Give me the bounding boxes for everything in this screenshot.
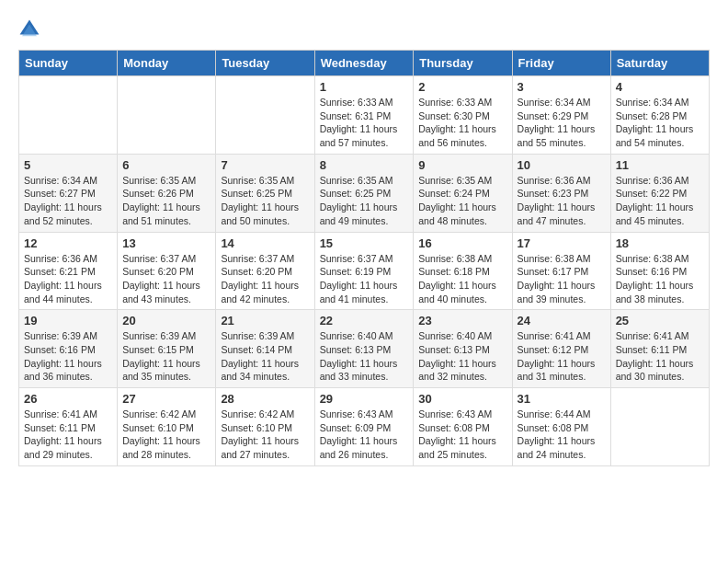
- week-row-3: 12Sunrise: 6:36 AMSunset: 6:21 PMDayligh…: [19, 232, 710, 310]
- weekday-header-row: SundayMondayTuesdayWednesdayThursdayFrid…: [19, 51, 710, 76]
- calendar-cell: 11Sunrise: 6:36 AMSunset: 6:22 PMDayligh…: [610, 154, 709, 232]
- calendar-cell: 2Sunrise: 6:33 AMSunset: 6:30 PMDaylight…: [414, 76, 512, 155]
- day-info: Sunrise: 6:37 AMSunset: 6:19 PMDaylight:…: [320, 252, 409, 306]
- calendar-cell: 13Sunrise: 6:37 AMSunset: 6:20 PMDayligh…: [118, 232, 216, 310]
- day-info: Sunrise: 6:42 AMSunset: 6:10 PMDaylight:…: [221, 408, 309, 462]
- calendar-cell: 20Sunrise: 6:39 AMSunset: 6:15 PMDayligh…: [118, 310, 216, 388]
- day-number: 27: [122, 392, 210, 406]
- logo-icon: [18, 18, 40, 40]
- day-number: 28: [221, 392, 309, 406]
- day-number: 1: [320, 80, 409, 94]
- page-header: [18, 18, 710, 40]
- day-info: Sunrise: 6:43 AMSunset: 6:09 PMDaylight:…: [320, 408, 409, 462]
- day-info: Sunrise: 6:38 AMSunset: 6:17 PMDaylight:…: [518, 252, 606, 306]
- day-info: Sunrise: 6:40 AMSunset: 6:13 PMDaylight:…: [320, 329, 409, 384]
- weekday-header-friday: Friday: [512, 51, 610, 76]
- day-info: Sunrise: 6:38 AMSunset: 6:18 PMDaylight:…: [418, 252, 506, 306]
- day-number: 4: [616, 80, 704, 94]
- day-number: 13: [122, 236, 210, 250]
- day-info: Sunrise: 6:35 AMSunset: 6:26 PMDaylight:…: [122, 174, 210, 228]
- day-number: 11: [616, 158, 704, 172]
- day-info: Sunrise: 6:41 AMSunset: 6:12 PMDaylight:…: [518, 329, 606, 384]
- calendar-cell: [216, 76, 314, 155]
- calendar-cell: 28Sunrise: 6:42 AMSunset: 6:10 PMDayligh…: [216, 388, 314, 466]
- week-row-5: 26Sunrise: 6:41 AMSunset: 6:11 PMDayligh…: [19, 388, 710, 466]
- calendar-cell: [19, 76, 118, 155]
- calendar-cell: 5Sunrise: 6:34 AMSunset: 6:27 PMDaylight…: [19, 154, 118, 232]
- day-number: 31: [518, 392, 606, 406]
- calendar-cell: 22Sunrise: 6:40 AMSunset: 6:13 PMDayligh…: [314, 310, 414, 388]
- calendar-cell: 25Sunrise: 6:41 AMSunset: 6:11 PMDayligh…: [610, 310, 709, 388]
- logo: [18, 18, 44, 40]
- weekday-header-tuesday: Tuesday: [216, 51, 314, 76]
- calendar-cell: 16Sunrise: 6:38 AMSunset: 6:18 PMDayligh…: [414, 232, 512, 310]
- calendar-cell: 15Sunrise: 6:37 AMSunset: 6:19 PMDayligh…: [314, 232, 414, 310]
- calendar-cell: 10Sunrise: 6:36 AMSunset: 6:23 PMDayligh…: [512, 154, 610, 232]
- calendar-cell: 12Sunrise: 6:36 AMSunset: 6:21 PMDayligh…: [19, 232, 118, 310]
- calendar-cell: 7Sunrise: 6:35 AMSunset: 6:25 PMDaylight…: [216, 154, 314, 232]
- day-number: 14: [221, 236, 309, 250]
- week-row-1: 1Sunrise: 6:33 AMSunset: 6:31 PMDaylight…: [19, 76, 710, 155]
- day-info: Sunrise: 6:36 AMSunset: 6:23 PMDaylight:…: [518, 174, 606, 228]
- calendar-cell: 21Sunrise: 6:39 AMSunset: 6:14 PMDayligh…: [216, 310, 314, 388]
- calendar-cell: 3Sunrise: 6:34 AMSunset: 6:29 PMDaylight…: [512, 76, 610, 155]
- day-info: Sunrise: 6:41 AMSunset: 6:11 PMDaylight:…: [616, 329, 704, 384]
- day-info: Sunrise: 6:34 AMSunset: 6:27 PMDaylight:…: [24, 174, 112, 228]
- day-info: Sunrise: 6:43 AMSunset: 6:08 PMDaylight:…: [418, 408, 506, 462]
- calendar-cell: 18Sunrise: 6:38 AMSunset: 6:16 PMDayligh…: [610, 232, 709, 310]
- weekday-header-wednesday: Wednesday: [314, 51, 414, 76]
- calendar-cell: [610, 388, 709, 466]
- day-number: 2: [418, 80, 506, 94]
- calendar-cell: 19Sunrise: 6:39 AMSunset: 6:16 PMDayligh…: [19, 310, 118, 388]
- day-number: 10: [518, 158, 606, 172]
- day-info: Sunrise: 6:38 AMSunset: 6:16 PMDaylight:…: [616, 252, 704, 306]
- day-info: Sunrise: 6:35 AMSunset: 6:24 PMDaylight:…: [418, 174, 506, 228]
- day-info: Sunrise: 6:34 AMSunset: 6:28 PMDaylight:…: [616, 96, 704, 150]
- week-row-4: 19Sunrise: 6:39 AMSunset: 6:16 PMDayligh…: [19, 310, 710, 388]
- weekday-header-saturday: Saturday: [610, 51, 709, 76]
- day-number: 9: [418, 158, 506, 172]
- day-number: 22: [320, 314, 409, 327]
- day-number: 12: [24, 236, 112, 250]
- calendar-cell: 9Sunrise: 6:35 AMSunset: 6:24 PMDaylight…: [414, 154, 512, 232]
- day-info: Sunrise: 6:42 AMSunset: 6:10 PMDaylight:…: [122, 408, 210, 462]
- week-row-2: 5Sunrise: 6:34 AMSunset: 6:27 PMDaylight…: [19, 154, 710, 232]
- day-number: 20: [122, 314, 210, 327]
- day-number: 26: [24, 392, 112, 406]
- day-number: 5: [24, 158, 112, 172]
- calendar-cell: 30Sunrise: 6:43 AMSunset: 6:08 PMDayligh…: [414, 388, 512, 466]
- calendar-cell: 8Sunrise: 6:35 AMSunset: 6:25 PMDaylight…: [314, 154, 414, 232]
- day-number: 21: [221, 314, 309, 327]
- calendar-cell: 14Sunrise: 6:37 AMSunset: 6:20 PMDayligh…: [216, 232, 314, 310]
- day-info: Sunrise: 6:39 AMSunset: 6:14 PMDaylight:…: [221, 329, 309, 384]
- day-number: 16: [418, 236, 506, 250]
- weekday-header-thursday: Thursday: [414, 51, 512, 76]
- weekday-header-sunday: Sunday: [19, 51, 118, 76]
- day-number: 8: [320, 158, 409, 172]
- day-number: 3: [518, 80, 606, 94]
- day-number: 23: [418, 314, 506, 327]
- day-info: Sunrise: 6:33 AMSunset: 6:30 PMDaylight:…: [418, 96, 506, 150]
- calendar-table: SundayMondayTuesdayWednesdayThursdayFrid…: [18, 50, 710, 466]
- day-info: Sunrise: 6:36 AMSunset: 6:21 PMDaylight:…: [24, 252, 112, 306]
- calendar-cell: 23Sunrise: 6:40 AMSunset: 6:13 PMDayligh…: [414, 310, 512, 388]
- day-info: Sunrise: 6:44 AMSunset: 6:08 PMDaylight:…: [518, 408, 606, 462]
- day-info: Sunrise: 6:39 AMSunset: 6:15 PMDaylight:…: [122, 329, 210, 384]
- day-number: 30: [418, 392, 506, 406]
- day-number: 18: [616, 236, 704, 250]
- day-number: 19: [24, 314, 112, 327]
- day-number: 25: [616, 314, 704, 327]
- day-number: 6: [122, 158, 210, 172]
- calendar-cell: 4Sunrise: 6:34 AMSunset: 6:28 PMDaylight…: [610, 76, 709, 155]
- day-number: 7: [221, 158, 309, 172]
- calendar-cell: 24Sunrise: 6:41 AMSunset: 6:12 PMDayligh…: [512, 310, 610, 388]
- day-number: 29: [320, 392, 409, 406]
- calendar-cell: 6Sunrise: 6:35 AMSunset: 6:26 PMDaylight…: [118, 154, 216, 232]
- day-info: Sunrise: 6:37 AMSunset: 6:20 PMDaylight:…: [122, 252, 210, 306]
- calendar-cell: 17Sunrise: 6:38 AMSunset: 6:17 PMDayligh…: [512, 232, 610, 310]
- day-info: Sunrise: 6:35 AMSunset: 6:25 PMDaylight:…: [320, 174, 409, 228]
- day-info: Sunrise: 6:37 AMSunset: 6:20 PMDaylight:…: [221, 252, 309, 306]
- day-number: 24: [518, 314, 606, 327]
- day-info: Sunrise: 6:39 AMSunset: 6:16 PMDaylight:…: [24, 329, 112, 384]
- day-info: Sunrise: 6:33 AMSunset: 6:31 PMDaylight:…: [320, 96, 409, 150]
